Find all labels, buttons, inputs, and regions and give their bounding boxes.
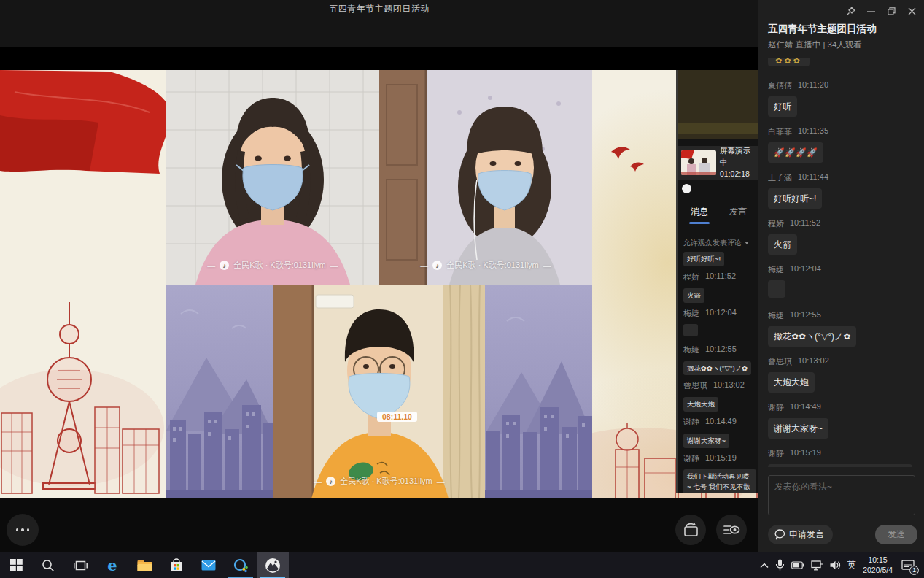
rotate-screen-button[interactable] (675, 515, 706, 545)
windows-logo-icon (10, 559, 23, 571)
message-bubble: 好听 (768, 96, 797, 117)
request-speak-button[interactable]: 申请发言 (768, 525, 833, 544)
message-bubble: 大炮大炮 (768, 372, 815, 393)
message-time: 10:11:44 (798, 172, 828, 183)
send-button[interactable]: 发送 (875, 525, 917, 544)
store-icon (170, 558, 183, 572)
clock-time: 10:15 (863, 555, 893, 566)
wesing-logo-icon: ♪ (220, 261, 229, 270)
panel-chat-message: 程娇 10:11:52 火箭 (683, 271, 756, 303)
scroll-indicator-dot[interactable] (682, 184, 691, 193)
taskbar-search-button[interactable] (32, 552, 64, 578)
task-view-button[interactable] (64, 552, 96, 578)
pin-icon (846, 7, 855, 16)
tab-messages[interactable]: 消息 (691, 206, 708, 218)
message-bubble: 撒花✿✿ヽ(°▽°)ノ✿ (683, 361, 751, 376)
screen-share-banner[interactable]: 屏幕演示中 01:02:18 (678, 146, 758, 180)
taskbar-clock[interactable]: 10:15 2020/5/4 (863, 555, 893, 575)
message-bubble: 火箭 (768, 234, 797, 255)
action-center-button[interactable]: 1 (899, 557, 917, 574)
sender-name: 梅婕 (768, 310, 784, 321)
battery-icon[interactable] (791, 561, 804, 569)
task-view-icon (74, 560, 88, 571)
message-bubble: 谢谢大家呀~ (768, 418, 828, 439)
video-feed-bottom (273, 285, 485, 498)
allow-comments-dropdown[interactable]: 允许观众发表评论 (683, 238, 749, 248)
panel-chat-list[interactable]: 好听好听~! 程娇 10:11:52 火箭 (683, 251, 756, 493)
sender-name: 白菲菲 (768, 126, 792, 137)
window-controls (842, 4, 920, 18)
sender-name: 梅婕 (683, 344, 699, 355)
network-icon[interactable] (811, 560, 823, 571)
microphone-icon[interactable] (775, 559, 785, 571)
more-options-button[interactable] (7, 514, 39, 546)
pin-button[interactable] (842, 4, 858, 18)
player-control-bar (0, 498, 758, 552)
show-hidden-icons-chevron[interactable] (760, 563, 769, 569)
chat-message: 谢静 10:14:49 谢谢大家呀~ (768, 402, 917, 439)
message-time: 10:12:04 (790, 264, 821, 275)
start-button[interactable] (0, 552, 32, 578)
share-label: 屏幕演示中 (720, 145, 756, 169)
file-explorer-button[interactable] (128, 552, 160, 578)
microsoft-store-button[interactable] (160, 552, 193, 578)
volume-icon[interactable] (830, 560, 841, 570)
comment-input[interactable] (768, 475, 915, 515)
window-titlebar: 五四青年节主题团日活动 (0, 0, 758, 70)
sender-name: 谢静 (683, 417, 699, 428)
chat-message: 白菲菲 10:11:35 🚀🚀🚀🚀 (768, 126, 917, 163)
mail-app-button[interactable] (193, 552, 225, 578)
message-time: 10:14:49 (790, 402, 821, 413)
message-bubble: 好听好听~! (683, 252, 724, 266)
chat-message-list[interactable]: ✿✿✿ 夏倩倩 10:11:20 好听 白菲菲 10:11:35 🚀🚀� (768, 58, 917, 467)
live-window: 五四青年节主题团日活动 (0, 0, 758, 552)
message-time: 10:11:52 (790, 218, 820, 229)
message-bubble: 谢谢大家呀~ (683, 434, 729, 448)
sender-name: 王子涵 (768, 172, 792, 183)
share-duration: 01:02:18 (720, 169, 756, 180)
restore-button[interactable] (883, 4, 899, 18)
city-backdrop-right (485, 285, 592, 498)
system-tray: 英 10:15 2020/5/4 1 (760, 552, 924, 578)
message-time: 10:13:02 (713, 380, 745, 391)
window-title: 五四青年节主题团日活动 (0, 3, 758, 15)
wesing-logo-icon: ♪ (326, 477, 335, 486)
live-app-button[interactable] (257, 552, 289, 578)
clock-date: 2020/5/4 (863, 566, 893, 576)
sender-name: 夏倩倩 (768, 80, 792, 91)
active-tab-underline (689, 222, 710, 224)
video-feed-top-left (166, 70, 379, 285)
mail-icon (201, 560, 216, 571)
tab-speak[interactable]: 发言 (729, 206, 747, 218)
chat-message: 谢静 10:15:19 我们下期活动再见喽~ 七号 我们不见不散~ (768, 448, 917, 467)
close-button[interactable] (904, 4, 920, 18)
video-timer-badge: 08:11.10 (377, 412, 417, 422)
tencent-app-button[interactable] (225, 552, 257, 578)
chat-app-icon (233, 558, 248, 573)
message-time: 10:11:20 (798, 80, 828, 91)
panel-chat-message: 好听好听~! (683, 251, 756, 266)
minimize-button[interactable] (863, 4, 879, 18)
speech-bubble-icon (774, 529, 785, 540)
sender-name: 谢静 (768, 448, 784, 459)
chat-message: 梅婕 10:12:55 撒花✿✿ヽ(°▽°)ノ✿ (768, 310, 917, 347)
windows-taskbar: e (0, 552, 924, 578)
live-sidebar: 五四青年节主题团日活动 赵仁婧 直播中 | 34人观看 ✿✿✿ 夏倩倩 10:1… (758, 0, 924, 552)
panel-chat-message: 曾思琪 10:13:02 大炮大炮 (683, 380, 756, 412)
message-time: 10:14:49 (705, 417, 737, 428)
sender-name: 程娇 (768, 218, 784, 229)
bird-icon (611, 147, 644, 172)
minimize-icon (867, 7, 875, 15)
folder-icon (137, 559, 152, 571)
panel-chat-message: 谢静 10:15:19 我们下期活动再见喽~ 七号 我们不见不散~ (683, 453, 756, 493)
presenter-video-sliver (678, 70, 758, 139)
sender-name: 曾思琪 (683, 380, 707, 391)
ime-language-indicator[interactable]: 英 (847, 559, 857, 571)
edge-icon: e (107, 558, 117, 573)
message-time: 10:12:04 (705, 308, 737, 319)
chevron-down-icon (745, 242, 749, 244)
red-flag-icon (0, 70, 171, 174)
danmaku-toggle-button[interactable] (716, 515, 747, 545)
message-time: 10:11:35 (798, 126, 828, 137)
edge-browser-button[interactable]: e (96, 552, 128, 578)
